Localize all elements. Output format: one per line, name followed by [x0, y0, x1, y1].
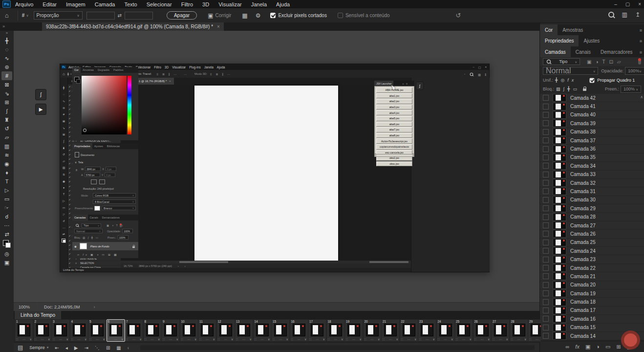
frame-delay-chevron[interactable]: ∨ [341, 337, 343, 341]
layer-row[interactable]: Camada 39 [540, 119, 644, 128]
brush-tool[interactable]: ∫ [1, 107, 12, 115]
shape-tool[interactable]: ▭ [1, 195, 12, 203]
quick-mask-icon[interactable]: ◎ [1, 249, 12, 258]
layer-thumbnail[interactable] [553, 145, 566, 153]
crop-tool[interactable]: # [1, 71, 12, 80]
jsx-script-button[interactable]: aba5.jsx [376, 116, 412, 121]
home-icon[interactable]: ⌂ [5, 12, 9, 19]
layer-visibility-checkbox[interactable] [543, 282, 549, 288]
tab-canais[interactable]: Canais [571, 46, 596, 57]
menu-item[interactable]: Camada [95, 1, 115, 7]
layer-row[interactable]: Camada 18 [540, 298, 644, 306]
content-aware-checkbox[interactable] [338, 13, 343, 18]
swap-colors-icon[interactable]: ⇄ [1, 230, 12, 239]
timeline-frame[interactable]: 4 ∷ ⋯ ∨ [70, 320, 88, 341]
layer-row[interactable]: Camada 30 [540, 196, 644, 204]
timeline-frame[interactable]: 20 ∷ ⋯ ∨ [364, 320, 381, 341]
more-tools[interactable]: ⋯ [1, 221, 12, 230]
layer-visibility-checkbox[interactable] [543, 290, 549, 296]
ratio-height-input[interactable] [125, 12, 153, 20]
collapsed-panel-play-button[interactable]: ▶ [35, 104, 46, 115]
layer-thumbnail[interactable] [553, 111, 566, 119]
gear-icon[interactable]: ⚙ [256, 12, 261, 19]
reset-icon[interactable]: ↺ [456, 12, 461, 19]
eraser-tool[interactable]: ▱ [1, 133, 12, 142]
frame-delay-chevron[interactable]: ∨ [30, 337, 32, 341]
type-tool[interactable]: T [1, 177, 12, 186]
screen-mode-icon[interactable]: ▣ [1, 258, 12, 267]
layer-thumbnail[interactable] [553, 204, 566, 212]
blur-tool[interactable]: ≋ [1, 151, 12, 159]
timeline-frame[interactable]: 10 ∷ ⋯ ∨ [180, 320, 198, 341]
new-group-icon[interactable]: ▭ [605, 344, 610, 350]
layer-visibility-checkbox[interactable] [543, 214, 549, 220]
timeline-frame[interactable]: 15 ∷ ⋯ ∨ [272, 320, 289, 341]
layer-visibility-checkbox[interactable] [543, 316, 549, 322]
lock-artboard-icon[interactable]: ▭ [573, 87, 580, 91]
zoom-level[interactable]: 100% [19, 305, 30, 309]
first-frame-button[interactable]: ⇤ [55, 345, 59, 351]
layer-row[interactable]: Camada 26 [540, 230, 644, 238]
menu-item[interactable]: Texto [124, 1, 137, 7]
menu-item[interactable]: 3D [202, 1, 209, 7]
menu-item[interactable]: Imagem [66, 1, 86, 7]
frame-delay-chevron[interactable]: ∨ [250, 337, 252, 341]
timeline-frame[interactable]: 9 ∷ ⋯ ∨ [162, 320, 179, 341]
layer-thumbnail[interactable] [553, 94, 566, 102]
layer-visibility-checkbox[interactable] [543, 137, 549, 143]
close-icon[interactable]: × [638, 1, 641, 7]
jsx-script-button[interactable]: oksc.jsx [376, 161, 412, 167]
tween-button[interactable]: ⋱ [95, 345, 100, 351]
tab-close-icon[interactable]: × [217, 24, 220, 29]
layer-row[interactable]: Camada 38 [540, 128, 644, 136]
timeline-frame[interactable]: 28 ∷ ⋯ ∨ [510, 320, 528, 341]
layer-row[interactable]: Camada 32 [540, 179, 644, 187]
jsx-script-button[interactable]: aba6.jsx [376, 122, 412, 127]
frame-delay-chevron[interactable]: ∨ [378, 337, 380, 341]
slice-tool[interactable]: ⊠ [1, 80, 12, 89]
layer-thumbnail[interactable] [553, 289, 566, 297]
jsx-script-button[interactable]: aba3.jsx [376, 105, 412, 110]
layer-thumbnail[interactable] [553, 213, 566, 221]
healing-brush-tool[interactable]: ⊞ [1, 98, 12, 107]
frame-delay-chevron[interactable]: ∨ [103, 337, 105, 341]
layer-visibility-checkbox[interactable] [543, 112, 549, 118]
jsx-script-button[interactable]: aba8.jsx [376, 133, 412, 138]
tab-demarcadores[interactable]: Demarcadores [596, 46, 638, 57]
menu-item[interactable]: Visualizar [218, 1, 242, 7]
straighten-icon[interactable]: ▣ [208, 12, 213, 19]
crop-tool-icon[interactable]: # [22, 13, 25, 18]
object-selection-tool[interactable]: ⊚ [1, 63, 12, 71]
foreground-background-colors[interactable] [3, 240, 11, 248]
layer-row[interactable]: Camada 41 [540, 102, 644, 110]
layer-row[interactable]: Camada 20 [540, 281, 644, 289]
timeline-frame[interactable]: 5 ∷ ⋯ ∨ [88, 320, 106, 341]
frame-delay-chevron[interactable]: ∨ [304, 337, 306, 341]
frame-delay-chevron[interactable]: ∨ [414, 337, 416, 341]
timeline-scrollbar[interactable] [140, 345, 535, 350]
delete-cropped-pixels-checkbox[interactable] [270, 13, 276, 18]
tab-propriedades[interactable]: Propriedades [540, 35, 579, 46]
jsx-script-button[interactable]: ActionToJavascript.jsx [376, 138, 412, 144]
jsx-script-button[interactable]: aba1.jsx [376, 93, 412, 99]
layer-row[interactable]: Camada 37 [540, 136, 644, 145]
layer-thumbnail[interactable] [553, 298, 566, 306]
timeline-frame[interactable]: 11 ∷ ⋯ ∨ [198, 320, 216, 341]
eyedropper-tool[interactable]: ⇘ [1, 89, 12, 98]
menu-item[interactable]: Filtro [181, 1, 193, 7]
ratio-width-input[interactable] [86, 12, 115, 20]
layer-visibility-checkbox[interactable] [543, 163, 549, 169]
layer-visibility-checkbox[interactable] [543, 104, 549, 110]
unify-style-icon[interactable]: fx [567, 78, 577, 83]
layer-thumbnail[interactable] [553, 324, 566, 331]
minimize-icon[interactable]: – [614, 1, 617, 7]
collapse-icon[interactable]: » [2, 24, 5, 29]
layer-thumbnail[interactable] [553, 281, 566, 289]
layer-row[interactable]: Camada 25 [540, 239, 644, 247]
layer-thumbnail[interactable] [553, 230, 566, 238]
dodge-tool[interactable]: ◉ [1, 159, 12, 168]
overlay-grid-icon[interactable]: ▦ [242, 12, 247, 19]
layer-thumbnail[interactable] [553, 154, 566, 161]
layer-mask-icon[interactable]: ▣ [585, 344, 590, 350]
loop-chevron-icon[interactable]: ▾ [47, 346, 49, 350]
